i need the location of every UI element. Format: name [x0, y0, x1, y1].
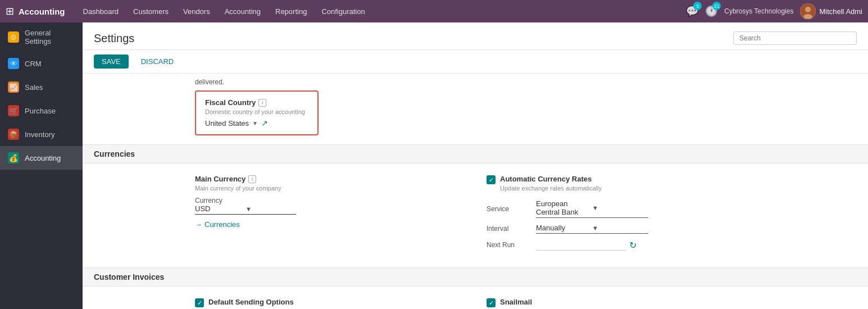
currencies-section-header: Currencies: [83, 144, 868, 163]
fiscal-country-info-icon[interactable]: i: [258, 99, 266, 107]
next-run-date-input[interactable]: [536, 239, 626, 251]
chat-icon-button[interactable]: 💬 5: [686, 5, 698, 17]
main-currency-info-icon[interactable]: i: [248, 175, 256, 183]
service-dropdown-arrow: ▼: [592, 205, 648, 211]
snailmail-label: Snailmail: [500, 298, 627, 306]
service-dropdown[interactable]: European Central Bank ▼: [536, 199, 648, 218]
auto-currency-desc: Update exchange rates automatically: [500, 185, 602, 192]
interval-row: Interval Manually ▼: [487, 224, 756, 234]
settings-header: Settings: [83, 22, 868, 50]
inventory-icon: 📦: [8, 129, 19, 140]
purchase-icon: 🛒: [8, 105, 19, 116]
company-name: Cybrosys Technologies: [724, 7, 793, 15]
apps-grid-icon[interactable]: ⊞: [6, 5, 14, 17]
customer-invoices-section-header: Customer Invoices: [83, 267, 868, 287]
snailmail-col: Snailmail Send invoices and payment foll…: [487, 298, 756, 309]
currencies-link-arrow: →: [195, 220, 202, 229]
sidebar-item-accounting[interactable]: 💰 Accounting: [0, 146, 83, 170]
default-sending-col: Default Sending Options Those options wi…: [195, 298, 464, 309]
main-currency-desc: Main currency of your company: [195, 185, 464, 192]
service-value: European Central Bank: [536, 199, 592, 216]
delivered-text: delivered.: [83, 74, 868, 90]
sales-icon: 📈: [8, 81, 19, 93]
user-name: Mitchell Admi: [819, 7, 862, 16]
next-run-refresh-icon[interactable]: ↻: [629, 240, 637, 251]
sidebar-item-crm[interactable]: 👁 CRM: [0, 52, 83, 75]
service-label: Service: [487, 205, 531, 213]
top-navigation: ⊞ Accounting Dashboard Customers Vendors…: [0, 0, 868, 22]
currencies-link[interactable]: → Currencies: [195, 220, 464, 229]
content-area: delivered. Fiscal Country i Domestic cou…: [83, 74, 868, 309]
user-avatar: [800, 3, 816, 19]
sidebar-item-crm-label: CRM: [25, 60, 42, 68]
discard-button[interactable]: DISCARD: [133, 54, 182, 69]
currency-dropdown-row: Currency USD ▼: [195, 196, 464, 215]
customer-invoices-grid: Default Sending Options Those options wi…: [83, 287, 868, 309]
default-sending-checkbox[interactable]: [195, 298, 204, 307]
auto-currency-col: Automatic Currency Rates Update exchange…: [487, 175, 756, 256]
search-input[interactable]: [733, 31, 857, 45]
fiscal-country-label: Fiscal Country i: [205, 98, 308, 107]
auto-currency-label: Automatic Currency Rates: [500, 175, 602, 183]
next-run-row: Next Run ↻: [487, 239, 756, 251]
interval-dropdown-arrow: ▼: [592, 225, 648, 231]
sidebar-item-accounting-label: Accounting: [25, 154, 61, 162]
save-button[interactable]: SAVE: [94, 54, 129, 69]
next-run-input-row: ↻: [536, 239, 756, 251]
menu-accounting[interactable]: Accounting: [218, 4, 267, 19]
fiscal-country-box: Fiscal Country i Domestic country of you…: [195, 90, 319, 135]
topnav-right-area: 💬 5 🕐 21 Cybrosys Technologies Mitchell …: [686, 3, 862, 19]
main-currency-label: Main Currency i: [195, 175, 464, 183]
crm-icon: 👁: [8, 58, 19, 69]
interval-label: Interval: [487, 225, 531, 233]
currency-dropdown-arrow: ▼: [246, 206, 296, 212]
currency-row-label: Currency: [195, 197, 222, 205]
sidebar-item-general-settings[interactable]: ⚙ General Settings: [0, 22, 83, 52]
sidebar-item-general-settings-label: General Settings: [25, 29, 75, 46]
chat-badge: 5: [693, 2, 702, 10]
auto-currency-checkbox[interactable]: [487, 175, 496, 184]
currencies-link-label: Currencies: [204, 220, 240, 229]
main-content: Settings SAVE DISCARD delivered. Fiscal …: [83, 22, 868, 309]
fiscal-country-ext-link[interactable]: ↗: [261, 119, 268, 128]
main-currency-col: Main Currency i Main currency of your co…: [195, 175, 464, 256]
svg-point-1: [805, 7, 811, 12]
currency-dropdown[interactable]: USD ▼: [195, 205, 296, 215]
activity-icon-button[interactable]: 🕐 21: [705, 5, 717, 17]
sidebar-item-purchase[interactable]: 🛒 Purchase: [0, 99, 83, 122]
activity-badge: 21: [712, 2, 721, 10]
sidebar-item-inventory[interactable]: 📦 Inventory: [0, 122, 83, 146]
snailmail-header: Snailmail Send invoices and payment foll…: [487, 298, 756, 309]
menu-dashboard[interactable]: Dashboard: [76, 4, 126, 19]
menu-vendors[interactable]: Vendors: [176, 4, 217, 19]
currency-value: USD: [195, 205, 246, 213]
currencies-settings-grid: Main Currency i Main currency of your co…: [83, 163, 868, 267]
menu-customers[interactable]: Customers: [126, 4, 175, 19]
menu-reporting[interactable]: Reporting: [269, 4, 313, 19]
fiscal-country-dropdown-arrow[interactable]: ▼: [252, 120, 258, 126]
general-settings-icon: ⚙: [8, 31, 19, 43]
main-layout: ⚙ General Settings 👁 CRM 📈 Sales 🛒 Purch…: [0, 22, 868, 309]
snailmail-checkbox[interactable]: [487, 298, 496, 307]
user-menu[interactable]: Mitchell Admi: [800, 3, 862, 19]
sidebar: ⚙ General Settings 👁 CRM 📈 Sales 🛒 Purch…: [0, 22, 83, 309]
default-sending-header: Default Sending Options Those options wi…: [195, 298, 464, 309]
service-row: Service European Central Bank ▼: [487, 199, 756, 218]
app-brand: Accounting: [19, 7, 65, 16]
fiscal-country-value-row: United States ▼ ↗: [205, 119, 308, 128]
sidebar-item-inventory-label: Inventory: [25, 130, 54, 139]
interval-value: Manually: [536, 224, 592, 232]
sidebar-item-purchase-label: Purchase: [25, 107, 56, 115]
next-run-label: Next Run: [487, 241, 531, 249]
fiscal-country-value: United States: [205, 119, 249, 128]
menu-configuration[interactable]: Configuration: [315, 4, 371, 19]
default-sending-label: Default Sending Options: [208, 298, 431, 306]
top-menu: Dashboard Customers Vendors Accounting R…: [76, 4, 687, 19]
auto-currency-header: Automatic Currency Rates Update exchange…: [487, 175, 756, 196]
sidebar-item-sales[interactable]: 📈 Sales: [0, 75, 83, 99]
interval-dropdown[interactable]: Manually ▼: [536, 224, 648, 234]
fiscal-country-section: Fiscal Country i Domestic country of you…: [83, 90, 868, 144]
page-title: Settings: [94, 32, 134, 45]
toolbar: SAVE DISCARD: [83, 50, 868, 74]
accounting-icon: 💰: [8, 152, 19, 163]
